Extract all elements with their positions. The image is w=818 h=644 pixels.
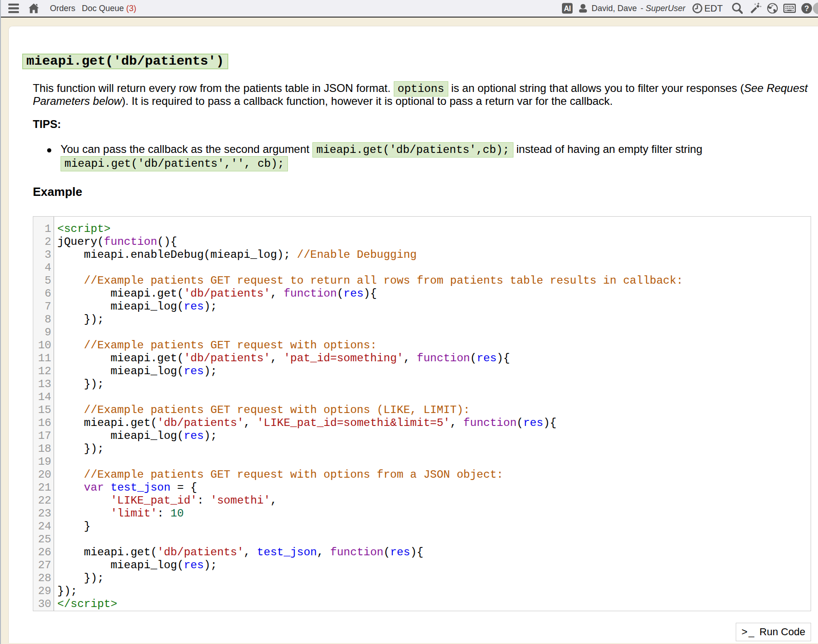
svg-text:?: ? <box>804 4 809 13</box>
